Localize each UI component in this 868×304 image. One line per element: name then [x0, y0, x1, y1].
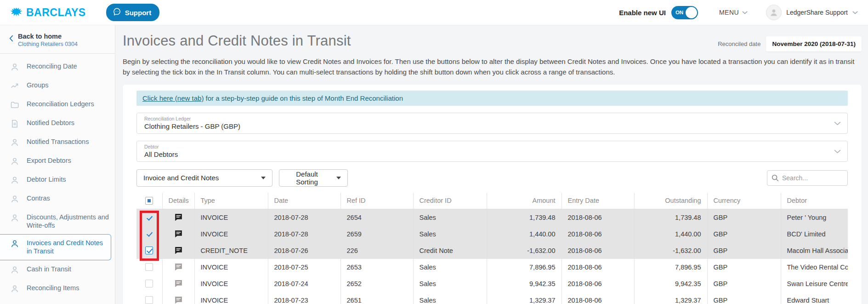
sidebar-item-cash-in-transit[interactable]: Cash in Transit [0, 260, 115, 279]
top-bar: BARCLAYS Support Enable new UI ON MENU [0, 0, 868, 25]
table-row: INVOICE 2018-07-23 2651 Sales 1,329.37 2… [136, 292, 848, 304]
chevron-left-icon [9, 35, 13, 44]
cell-debtor: The Video Rental Co... [781, 259, 848, 275]
table-row: INVOICE 2018-07-25 2653 Sales 7,896.95 2… [136, 259, 848, 275]
select-all-checkbox[interactable] [145, 197, 153, 205]
sidebar-item-debtor-limits[interactable]: Debtor Limits [0, 171, 115, 189]
sidebar-item-reconciling-items[interactable]: Reconciling Items [0, 279, 115, 298]
details-message-icon[interactable] [174, 213, 183, 222]
sidebar-item-contras[interactable]: Contras [0, 189, 115, 208]
transactions-tbody: INVOICE 2018-07-28 2654 Sales 1,739.48 2… [136, 209, 848, 304]
barclays-logo[interactable]: BARCLAYS [10, 6, 86, 19]
support-button[interactable]: Support [106, 4, 160, 21]
cell-entry-date: 2018-08-06 [562, 259, 634, 275]
cell-outstanding: -1,632.00 [634, 242, 707, 259]
cell-debtor: Edward Stuart [781, 292, 848, 304]
cell-creditor-id: Sales [413, 259, 487, 275]
toggle-knob [686, 7, 697, 18]
content-card: Click here (new tab) for a step-by-step … [123, 85, 862, 304]
reconciled-date-group: Reconciled date November 2020 (2018-07-3… [718, 36, 862, 52]
back-to-home-subtitle: Clothing Retailers 0304 [18, 41, 78, 47]
cell-ref-id: 2653 [340, 259, 413, 275]
person-icon [10, 213, 19, 223]
type-filter-dropdown[interactable]: Invoice and Credit Notes [136, 169, 272, 187]
table-header-row: Details Type Date Ref ID Creditor ID Amo… [136, 193, 848, 209]
support-button-label: Support [125, 9, 152, 17]
cell-debtor: BCD' Limited [781, 226, 848, 242]
folder-icon [10, 100, 19, 109]
details-message-icon[interactable] [174, 279, 183, 288]
page-description: Begin by selecting the reconciliation yo… [123, 56, 862, 78]
sidebar-item-groups[interactable]: Groups [0, 76, 115, 95]
select-all-header [136, 193, 162, 209]
cell-date: 2018-07-23 [268, 292, 340, 304]
cell-currency: GBP [707, 292, 781, 304]
cell-type: INVOICE [194, 226, 268, 242]
cell-amount: 1,440.00 [487, 226, 562, 242]
row-checkbox[interactable] [145, 230, 153, 238]
debtor-label: Debtor [144, 144, 840, 149]
cell-outstanding: 1,329.37 [634, 292, 707, 304]
column-header-ref-id: Ref ID [340, 193, 413, 209]
cell-entry-date: 2018-08-06 [562, 209, 634, 226]
enable-new-ui-toggle[interactable]: ON [671, 6, 698, 19]
avatar [766, 5, 782, 20]
column-header-creditor-id: Creditor ID [413, 193, 487, 209]
details-message-icon[interactable] [174, 296, 183, 304]
column-header-details: Details [162, 193, 194, 209]
sidebar-item-reconciling-date[interactable]: Reconciling Date [0, 57, 115, 76]
cell-outstanding: 1,440.00 [634, 226, 707, 242]
main-content: Invoices and Credit Notes in Transit Rec… [115, 25, 868, 304]
row-checkbox[interactable] [145, 263, 153, 271]
cell-amount: 9,942.35 [487, 275, 562, 292]
details-message-icon[interactable] [174, 229, 183, 238]
sidebar-item-discounts-adjustments-and-write-offs[interactable]: Discounts, Adjustments and Write-offs [0, 208, 115, 234]
row-checkbox[interactable] [145, 214, 153, 222]
menu-dropdown[interactable]: MENU [719, 9, 748, 16]
sidebar-item-notified-transactions[interactable]: Notified Transactions [0, 133, 115, 152]
table-row: INVOICE 2018-07-28 2654 Sales 1,739.48 2… [136, 209, 848, 226]
cell-date: 2018-07-25 [268, 259, 340, 275]
sidebar-item-reconciliation-ledgers[interactable]: Reconciliation Ledgers [0, 95, 115, 114]
cell-debtor: Swan Leisure Centre [781, 275, 848, 292]
reconciled-date-label: Reconciled date [718, 40, 760, 47]
reconciled-date-value[interactable]: November 2020 (2018-07-31) [766, 36, 862, 52]
type-filter-value: Invoice and Credit Notes [143, 174, 219, 182]
debtor-value: All Debtors [144, 150, 840, 158]
cell-outstanding: 9,942.35 [634, 275, 707, 292]
sort-filter-dropdown[interactable]: Default Sorting [279, 169, 348, 187]
debtor-select[interactable]: Debtor All Debtors [136, 141, 848, 162]
back-to-home[interactable]: Back to home Clothing Retailers 0304 [0, 25, 115, 54]
details-message-icon[interactable] [174, 246, 183, 255]
row-checkbox[interactable] [145, 247, 153, 254]
back-to-home-label: Back to home [18, 33, 78, 40]
barclays-eagle-icon [10, 6, 23, 19]
cell-creditor-id: Sales [413, 226, 487, 242]
menu-label: MENU [719, 9, 739, 16]
page-title: Invoices and Credit Notes in Transit [123, 33, 351, 49]
cell-entry-date: 2018-08-06 [562, 292, 634, 304]
cell-entry-date: 2018-08-06 [562, 242, 634, 259]
cell-date: 2018-07-28 [268, 226, 340, 242]
reconciliation-ledger-select[interactable]: Reconciliation Ledger Clothing Retailers… [136, 113, 848, 134]
cell-debtor: Macolm Hall Associat... [781, 242, 848, 259]
sidebar-item-notified-debtors[interactable]: Notified Debtors [0, 114, 115, 133]
cell-date: 2018-07-28 [268, 209, 340, 226]
cell-creditor-id: Sales [413, 209, 487, 226]
sidebar-item-invoices-and-credit-notes-in-transit[interactable]: Invoices and Credit Notes in Transit [0, 234, 111, 260]
cell-debtor: Peter ' Young [781, 209, 848, 226]
sidebar-item-export-debtors[interactable]: Export Debtors [0, 152, 115, 171]
user-menu[interactable]: LedgerShare Support [766, 5, 858, 20]
column-header-outstanding: Outstanding [634, 193, 707, 209]
column-header-entry-date: Entry Date [562, 193, 634, 209]
row-checkbox[interactable] [145, 296, 153, 304]
cell-outstanding: 1,739.48 [634, 209, 707, 226]
enable-new-ui-label: Enable new UI [619, 9, 666, 17]
topbar-right-group: Enable new UI ON MENU LedgerShare Suppor… [619, 5, 858, 20]
row-checkbox[interactable] [145, 280, 153, 287]
details-message-icon[interactable] [174, 263, 183, 271]
guide-link[interactable]: Click here (new tab) [142, 94, 204, 102]
cell-ref-id: 226 [340, 242, 413, 259]
person-icon [10, 284, 19, 293]
transactions-table: Details Type Date Ref ID Creditor ID Amo… [136, 193, 848, 304]
